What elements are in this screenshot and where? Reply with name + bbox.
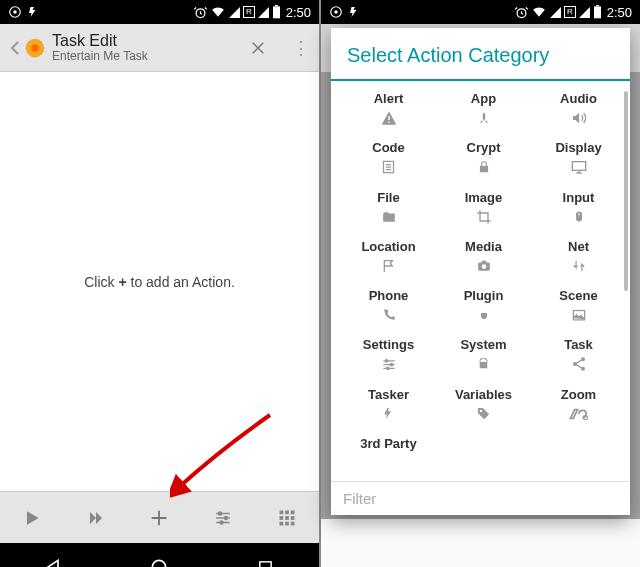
brave-icon: [8, 5, 22, 19]
bolt-icon: [27, 5, 39, 19]
svg-point-9: [220, 521, 223, 524]
wifi-icon: [210, 5, 226, 19]
r-badge: R: [243, 6, 255, 18]
android-icon: [438, 354, 529, 374]
category-phone[interactable]: Phone: [343, 282, 434, 329]
svg-rect-28: [388, 121, 389, 122]
svg-rect-27: [388, 116, 389, 120]
sliders-icon: [343, 354, 434, 374]
category-tasker[interactable]: Tasker: [343, 381, 434, 428]
updown-icon: [533, 256, 624, 276]
category-app[interactable]: App: [438, 85, 529, 132]
svg-rect-33: [578, 213, 579, 216]
svg-rect-11: [285, 510, 289, 514]
category-media[interactable]: Media: [438, 233, 529, 280]
empty-plus: +: [118, 274, 126, 290]
category-crypt[interactable]: Crypt: [438, 134, 529, 181]
close-button[interactable]: [249, 39, 289, 57]
category-label: Input: [533, 190, 624, 205]
category-label: Variables: [438, 387, 529, 402]
step-button[interactable]: [74, 496, 118, 540]
svg-point-38: [385, 359, 388, 362]
status-bar: R 2:50: [321, 0, 640, 24]
svg-rect-17: [285, 521, 289, 525]
category-label: Location: [343, 239, 434, 254]
tag-icon: [438, 404, 529, 424]
alarm-icon: [193, 5, 208, 20]
nav-bar: [0, 543, 319, 567]
flag-icon: [343, 256, 434, 276]
camera-icon: [438, 256, 529, 276]
bottom-toolbar: [0, 491, 319, 543]
svg-point-35: [481, 264, 486, 269]
nav-back-icon[interactable]: [29, 543, 77, 567]
category-settings[interactable]: Settings: [343, 331, 434, 378]
grid-button[interactable]: [265, 496, 309, 540]
add-action-button[interactable]: [137, 496, 181, 540]
category-3rd-party[interactable]: 3rd Party: [343, 430, 434, 477]
phone-left: R 2:50 Task Edit Entertain Me Task ⋮ Cli…: [0, 0, 319, 567]
svg-point-39: [390, 363, 393, 366]
category-task[interactable]: Task: [533, 331, 624, 378]
wifi-icon: [531, 5, 547, 19]
category-file[interactable]: File: [343, 184, 434, 231]
category-location[interactable]: Location: [343, 233, 434, 280]
svg-rect-15: [291, 516, 295, 520]
mouse-icon: [533, 207, 624, 227]
nav-recent-icon[interactable]: [242, 543, 290, 567]
warning-icon: [343, 108, 434, 128]
clock: 2:50: [286, 5, 311, 20]
back-icon[interactable]: [6, 40, 24, 56]
category-label: System: [438, 337, 529, 352]
svg-point-47: [480, 410, 483, 413]
svg-point-22: [334, 10, 338, 14]
category-net[interactable]: Net: [533, 233, 624, 280]
clock: 2:50: [607, 5, 632, 20]
category-scene[interactable]: Scene: [533, 282, 624, 329]
category-display[interactable]: Display: [533, 134, 624, 181]
svg-point-6: [31, 44, 38, 51]
svg-point-43: [485, 360, 486, 361]
category-code[interactable]: Code: [343, 134, 434, 181]
category-plugin[interactable]: Plugin: [438, 282, 529, 329]
category-label: 3rd Party: [343, 436, 434, 451]
status-bar: R 2:50: [0, 0, 319, 24]
category-input[interactable]: Input: [533, 184, 624, 231]
category-label: Audio: [533, 91, 624, 106]
category-label: Media: [438, 239, 529, 254]
svg-rect-14: [285, 516, 289, 520]
category-label: Crypt: [438, 140, 529, 155]
category-label: Image: [438, 190, 529, 205]
folder-icon: [343, 207, 434, 227]
nav-home-icon[interactable]: [135, 543, 183, 567]
monitor-icon: [533, 157, 624, 177]
empty-state: Click + to add an Action.: [0, 72, 319, 491]
play-button[interactable]: [10, 496, 54, 540]
svg-rect-30: [479, 166, 487, 172]
category-variables[interactable]: Variables: [438, 381, 529, 428]
category-zoom[interactable]: Zoom: [533, 381, 624, 428]
svg-point-7: [219, 512, 222, 515]
category-system[interactable]: System: [438, 331, 529, 378]
svg-rect-12: [291, 510, 295, 514]
svg-rect-36: [481, 261, 486, 263]
filter-input[interactable]: Filter: [331, 481, 630, 515]
battery-icon: [593, 5, 602, 19]
crop-icon: [438, 207, 529, 227]
sliders-button[interactable]: [201, 496, 245, 540]
category-audio[interactable]: Audio: [533, 85, 624, 132]
category-label: Phone: [343, 288, 434, 303]
scrollbar[interactable]: [624, 91, 628, 291]
category-alert[interactable]: Alert: [343, 85, 434, 132]
category-image[interactable]: Image: [438, 184, 529, 231]
svg-rect-10: [280, 510, 284, 514]
overflow-menu-icon[interactable]: ⋮: [289, 45, 313, 51]
phone-right: R 2:50 Select Action Category AlertAppAu…: [321, 0, 640, 567]
zoom-icon: [533, 404, 624, 424]
category-label: Zoom: [533, 387, 624, 402]
category-label: Tasker: [343, 387, 434, 402]
bolt-icon: [343, 404, 434, 424]
r-badge: R: [564, 6, 576, 18]
rocket-icon: [438, 108, 529, 128]
category-label: Code: [343, 140, 434, 155]
